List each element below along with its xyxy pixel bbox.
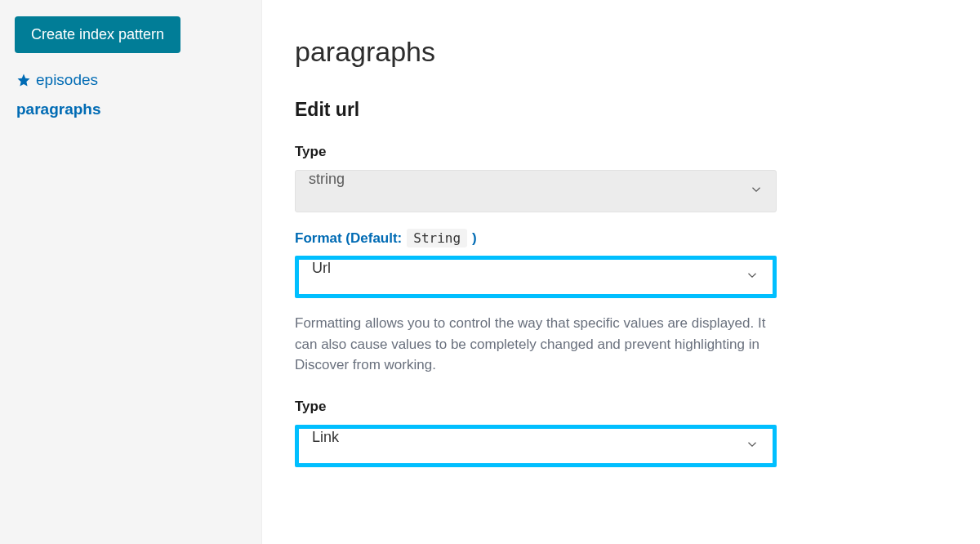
section-title: Edit url — [295, 99, 947, 121]
format-default-code: String — [407, 229, 467, 247]
star-icon — [16, 73, 31, 87]
create-index-pattern-button[interactable]: Create index pattern — [15, 16, 180, 53]
type-select[interactable]: string — [295, 170, 777, 212]
sidebar-item-episodes[interactable]: episodes — [16, 71, 248, 89]
subtype-select-wrap: Link — [295, 425, 777, 467]
main-panel: paragraphs Edit url Type string Format (… — [261, 0, 980, 544]
format-select[interactable]: Url — [299, 260, 773, 294]
format-label-suffix: ) — [472, 230, 477, 247]
format-help-text: Formatting allows you to control the way… — [295, 313, 768, 376]
format-select-wrap: Url — [295, 256, 777, 298]
subtype-field-block: Type Link — [295, 399, 947, 467]
sidebar-item-paragraphs[interactable]: paragraphs — [16, 100, 248, 118]
type-label: Type — [295, 144, 947, 160]
type-field-block: Type string — [295, 144, 947, 212]
sidebar-item-label: paragraphs — [16, 100, 100, 118]
type-select-wrap: string — [295, 170, 777, 212]
subtype-select[interactable]: Link — [299, 429, 773, 463]
page-title: paragraphs — [295, 36, 947, 68]
format-field-block: Format (Default: String ) Url Formatting… — [295, 229, 947, 376]
index-pattern-list: episodes paragraphs — [13, 71, 248, 118]
subtype-label: Type — [295, 399, 947, 415]
sidebar-item-label: episodes — [36, 71, 98, 89]
format-label-prefix: Format (Default: — [295, 230, 402, 247]
sidebar: Create index pattern episodes paragraphs — [0, 0, 261, 544]
format-label: Format (Default: String ) — [295, 229, 947, 247]
